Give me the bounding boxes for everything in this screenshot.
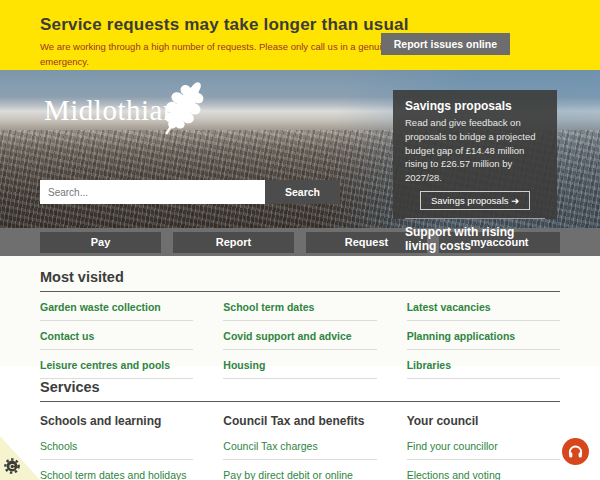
link-schools[interactable]: Schools [40,431,193,460]
link-housing[interactable]: Housing [223,350,376,379]
search-input[interactable] [40,180,265,204]
alert-title: Service requests may take longer than us… [40,15,560,35]
link-libraries[interactable]: Libraries [407,350,560,379]
panel-body: Read and give feedback on proposals to b… [405,116,545,185]
most-visited-col-1: Garden waste collection Contact us Leisu… [40,292,193,379]
link-covid-support[interactable]: Covid support and advice [223,321,376,350]
services-heading-schools: Schools and learning [40,402,193,431]
headphones-icon [567,443,584,460]
most-visited-section: Most visited Garden waste collection Con… [0,256,600,366]
panel-title: Savings proposals [405,99,545,113]
link-elections-voting[interactable]: Elections and voting [407,460,560,480]
nav-pay-button[interactable]: Pay [40,232,161,253]
services-heading-counciltax: Council Tax and benefits [223,402,376,431]
services-section: Services Schools and learning Schools Sc… [0,366,600,480]
link-planning-applications[interactable]: Planning applications [407,321,560,350]
link-latest-vacancies[interactable]: Latest vacancies [407,292,560,321]
most-visited-title: Most visited [40,269,560,292]
savings-proposals-button[interactable]: Savings proposals ➜ [420,191,530,210]
oak-leaf-icon [152,76,214,140]
link-contact-us[interactable]: Contact us [40,321,193,350]
link-school-term-holidays[interactable]: School term dates and holidays [40,460,193,480]
alert-banner: Service requests may take longer than us… [0,0,600,70]
nav-report-button[interactable]: Report [173,232,294,253]
link-garden-waste[interactable]: Garden waste collection [40,292,193,321]
alert-message-line1: We are working through a high number of … [40,40,410,69]
hero-image: Midlothian Search Savings proposals Read… [0,70,600,228]
link-find-councillor[interactable]: Find your councillor [407,431,560,460]
most-visited-col-3: Latest vacancies Planning applications L… [407,292,560,379]
services-title: Services [40,379,560,402]
link-leisure-centres[interactable]: Leisure centres and pools [40,350,193,379]
services-col-schools: Schools and learning Schools School term… [40,402,193,480]
services-col-counciltax: Council Tax and benefits Council Tax cha… [223,402,376,480]
link-counciltax-charges[interactable]: Council Tax charges [223,431,376,460]
link-school-term-dates[interactable]: School term dates [223,292,376,321]
services-heading-yourcouncil: Your council [407,402,560,431]
search-button[interactable]: Search [265,180,340,204]
search-bar: Search [40,180,340,204]
svg-text:C: C [9,462,15,471]
gear-icon: C [4,458,20,474]
services-col-yourcouncil: Your council Find your councillor Electi… [407,402,560,480]
report-issues-button[interactable]: Report issues online [381,33,510,55]
accessibility-listen-button[interactable] [562,438,589,465]
savings-proposals-panel: Savings proposals Read and give feedback… [393,90,557,219]
living-costs-link[interactable]: Support with rising living costs [405,219,545,253]
link-pay-direct-debit[interactable]: Pay by direct debit or online [223,460,376,480]
most-visited-col-2: School term dates Covid support and advi… [223,292,376,379]
